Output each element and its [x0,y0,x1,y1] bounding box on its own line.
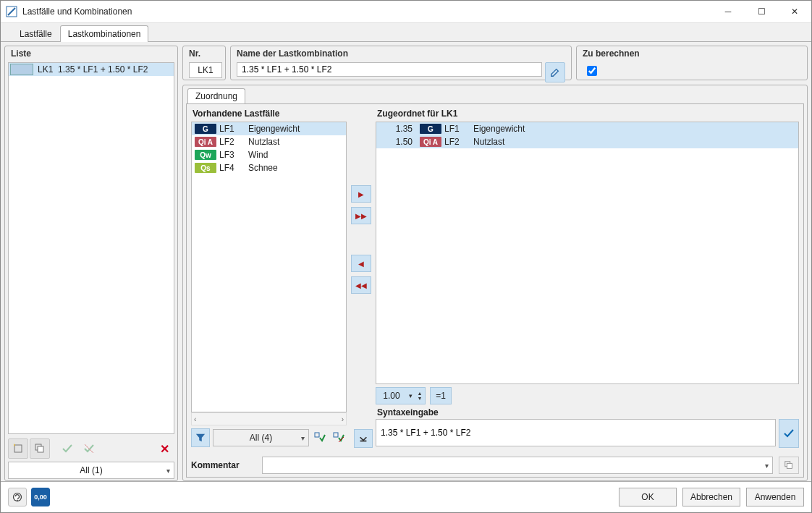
loadcase-key: LF2 [219,137,248,147]
available-filter-combo[interactable]: All (4) [213,429,309,446]
zuordnung-group: Zuordnung Vorhandene Lastfälle GLF1Eigen… [182,85,808,481]
help-button[interactable] [8,488,27,506]
chevron-down-icon: ▾ [409,392,413,399]
syntax-input[interactable] [376,419,776,446]
filter-icon[interactable] [191,428,210,447]
loadcase-key: LF2 [444,137,473,147]
right-column: Nr. LK1 Name der Lastkombination Zu bere… [182,46,808,481]
footer-left: 0,00 [8,488,50,506]
close-button[interactable]: ✕ [778,1,811,22]
available-row[interactable]: GLF1Eigengewicht [192,122,346,135]
add-all-button[interactable]: ▶▶ [351,207,371,224]
units-button[interactable]: 0,00 [31,488,50,506]
add-one-button[interactable]: ▶ [351,185,371,203]
dialog-footer: 0,00 OK Abbrechen Anwenden [1,481,811,512]
factor-value: 1.00 [376,391,407,401]
select-unchecked-button[interactable] [331,430,347,446]
push-down-button[interactable] [354,429,373,448]
factor-spinner[interactable]: 1.00 ▾ ▲▼ [376,387,426,404]
available-row[interactable]: QsLF4Schnee [192,161,346,174]
ok-button[interactable]: OK [619,488,677,506]
category-badge: Qi A [195,137,216,147]
available-filter-label: All (4) [250,433,272,443]
window-buttons: ─ ☐ ✕ [711,1,811,22]
berechnen-legend: Zu berechnen [583,48,640,59]
liste-row[interactable]: LK1 1.35 * LF1 + 1.50 * LF2 [9,63,174,76]
liste-toolbar: ✕ [8,438,174,459]
svg-rect-10 [787,463,792,468]
svg-rect-1 [14,445,22,452]
assigned-factor: 1.35 [376,124,417,134]
tab-lastkombinationen[interactable]: Lastkombinationen [60,25,149,42]
available-row[interactable]: QwLF3Wind [192,148,346,161]
loadcase-key: LF4 [219,163,248,173]
kommentar-row: Kommentar [191,457,799,474]
loadcase-desc: Schnee [248,163,346,173]
tab-lastfaelle[interactable]: Lastfälle [12,25,60,42]
zuordnung-columns: Vorhandene Lastfälle GLF1EigengewichtQi … [191,109,799,448]
maximize-button[interactable]: ☐ [745,1,778,22]
liste-filter-label: All (1) [80,465,102,475]
apply-button[interactable]: Anwenden [746,488,804,506]
category-badge: G [195,124,216,134]
select-checked-button[interactable] [312,430,328,446]
copy-combo-button[interactable] [30,438,50,459]
category-badge: Qw [195,150,216,160]
workspace: Liste LK1 1.35 * LF1 + 1.50 * LF2 [1,42,811,481]
assigned-row[interactable]: 1.35GLF1Eigengewicht [376,122,798,135]
available-legend: Vorhandene Lastfälle [193,109,347,119]
liste-list[interactable]: LK1 1.35 * LF1 + 1.50 * LF2 [8,62,174,434]
available-hscrollbar[interactable]: ‹› [191,412,347,425]
category-badge: G [420,124,441,134]
spinner-arrows[interactable]: ▲▼ [415,391,425,401]
name-input[interactable] [237,62,542,77]
svg-point-13 [17,500,18,501]
tab-zuordnung[interactable]: Zuordnung [187,88,245,104]
dialog-window: Lastfälle und Kombinationen ─ ☐ ✕ Lastfä… [0,0,812,513]
edit-name-button[interactable] [545,62,565,82]
syntax-label: Syntaxeingabe [377,407,799,417]
new-combo-button[interactable] [8,438,28,459]
svg-rect-6 [334,433,338,437]
assigned-row[interactable]: 1.50Qi ALF2Nutzlast [376,135,798,148]
available-row[interactable]: Qi ALF2Nutzlast [192,135,346,148]
loadcase-desc: Eigengewicht [248,124,346,134]
cancel-button[interactable]: Abbrechen [682,488,740,506]
available-toolbar: All (4) [191,428,347,448]
available-list[interactable]: GLF1EigengewichtQi ALF2NutzlastQwLF3Wind… [191,122,347,412]
nr-legend: Nr. [189,48,200,59]
equals-one-button[interactable]: =1 [430,387,452,404]
kommentar-library-button[interactable] [779,457,799,474]
loadcase-key: LF1 [444,124,473,134]
top-row: Nr. LK1 Name der Lastkombination Zu bere… [182,46,808,80]
loadcase-desc: Nutzlast [248,137,346,147]
loadcase-key: LF1 [219,124,248,134]
loadcase-desc: Wind [248,150,346,160]
transfer-buttons: ▶ ▶▶ ◀ ◀◀ [351,109,371,448]
assigned-factor: 1.50 [376,137,417,147]
remove-one-button[interactable]: ◀ [351,255,371,272]
kommentar-combo[interactable] [262,457,773,474]
minimize-button[interactable]: ─ [711,1,745,22]
assigned-list[interactable]: 1.35GLF1Eigengewicht1.50Qi ALF2Nutzlast [376,122,799,384]
zuordnung-panel: Vorhandene Lastfälle GLF1EigengewichtQi … [186,103,804,478]
nr-value[interactable]: LK1 [189,62,222,78]
assigned-legend: Zugeordnet für LK1 [377,109,799,119]
category-badge: Qi A [420,137,441,147]
zuordnung-tabstrip: Zuordnung [187,88,245,104]
remove-all-button[interactable]: ◀◀ [351,276,371,294]
loadcase-desc: Eigengewicht [473,124,798,134]
liste-legend: Liste [11,48,31,59]
syntax-accept-button[interactable] [779,419,799,448]
liste-filter-row: All (1) [8,462,174,479]
syntax-row [376,419,799,448]
category-badge: Qs [195,163,216,173]
berechnen-checkbox[interactable] [587,66,597,76]
liste-group: Liste LK1 1.35 * LF1 + 1.50 * LF2 [4,46,178,481]
liste-filter-combo[interactable]: All (1) [8,462,174,479]
svg-rect-5 [315,433,319,437]
check-all-button[interactable] [57,438,77,459]
delete-button[interactable]: ✕ [154,438,174,459]
name-legend: Name der Lastkombination [237,48,348,59]
uncheck-all-button[interactable] [79,438,99,459]
